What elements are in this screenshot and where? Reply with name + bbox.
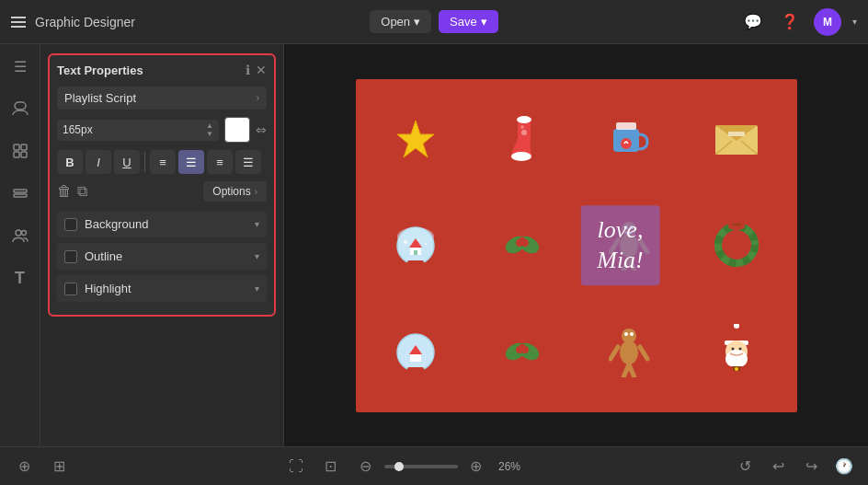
bottombar: ⊕ ⊞ ⛶ ⊡ ⊖ ⊕ 26% ↺ ↩ ↪ 🕐 (0, 446, 868, 485)
save-button[interactable]: Save ▾ (439, 10, 498, 33)
font-name-label: Playlist Script (64, 91, 136, 105)
svg-rect-53 (407, 367, 424, 373)
chat-icon[interactable]: 💬 (740, 9, 766, 35)
color-swatch[interactable] (224, 117, 250, 143)
background-checkbox[interactable] (64, 218, 77, 231)
sidebar-icon-elements[interactable] (7, 138, 33, 164)
svg-point-62 (620, 341, 638, 364)
xmas-grid (356, 79, 797, 412)
canvas-area: love, Mia! (284, 44, 868, 446)
layers-icon[interactable]: ⊕ (11, 454, 37, 479)
text-resize-icon[interactable]: ⇔ (256, 122, 267, 137)
svg-rect-4 (21, 152, 27, 157)
zoom-in-icon[interactable]: ⊕ (463, 454, 489, 479)
panel-title: Text Properties (57, 64, 143, 77)
grid-icon[interactable]: ⊞ (46, 454, 72, 479)
svg-point-67 (624, 332, 628, 336)
outline-chevron-icon: ▾ (255, 251, 259, 261)
history-icon[interactable]: 🕐 (831, 454, 857, 479)
svg-point-17 (621, 138, 632, 149)
font-size-down-icon[interactable]: ▼ (206, 131, 213, 138)
menu-icon[interactable] (11, 17, 26, 28)
xmas-snowglobe (365, 194, 467, 296)
panel-area: Text Properties ℹ ✕ Playlist Script › 16… (40, 44, 284, 446)
bold-button[interactable]: B (57, 150, 83, 174)
italic-button[interactable]: I (86, 150, 111, 174)
accordion-outline-header[interactable]: Outline ▾ (57, 243, 267, 270)
bottom-left: ⊕ ⊞ (11, 454, 72, 479)
align-right-button[interactable]: ≡ (207, 150, 233, 174)
svg-rect-1 (14, 144, 19, 150)
align-justify-button[interactable]: ☰ (235, 150, 261, 174)
sidebar-icon-menu[interactable]: ☰ (7, 53, 33, 79)
xmas-holly (472, 194, 574, 296)
underline-button[interactable]: U (114, 150, 140, 174)
avatar-chevron-icon[interactable]: ▾ (852, 17, 857, 27)
panel-header: Text Properties ℹ ✕ (57, 63, 267, 77)
align-left-button[interactable]: ≡ (150, 150, 176, 174)
rotate-icon[interactable]: ↺ (732, 454, 758, 479)
zoom-control: ⊖ ⊕ (353, 454, 489, 479)
undo-icon[interactable]: ↩ (765, 454, 791, 479)
sidebar-icon-users[interactable] (7, 223, 33, 248)
love-text-line1: love, (597, 214, 644, 246)
love-mia-text[interactable]: love, Mia! (580, 205, 660, 286)
svg-point-30 (404, 240, 407, 244)
close-icon[interactable]: ✕ (256, 63, 267, 77)
svg-marker-9 (397, 121, 434, 157)
svg-rect-22 (728, 132, 745, 136)
highlight-label: Highlight (85, 282, 247, 295)
sidebar-icon-profile[interactable] (7, 96, 33, 121)
xmas-stocking (472, 88, 574, 191)
help-icon[interactable]: ❓ (777, 9, 803, 35)
xmas-santa (685, 301, 787, 403)
svg-line-66 (629, 364, 634, 377)
options-chevron-icon: › (255, 187, 257, 197)
zoom-value: 26% (498, 460, 520, 473)
svg-point-11 (517, 116, 531, 123)
xmas-envelope (685, 88, 787, 191)
accordion-background-header[interactable]: Background ▾ (57, 211, 267, 237)
xmas-star (365, 88, 467, 191)
align-center-button[interactable]: ☰ (178, 150, 204, 174)
xmas-gingerbread2 (578, 301, 680, 403)
sidebar-icon-layers[interactable] (7, 180, 33, 206)
font-size-up-icon[interactable]: ▲ (206, 122, 213, 130)
font-size-arrows: ▲ ▼ (206, 122, 213, 138)
info-icon[interactable]: ℹ (246, 63, 250, 77)
font-selector[interactable]: Playlist Script › (57, 87, 267, 110)
svg-rect-29 (414, 250, 417, 255)
accordion-highlight: Highlight ▾ (57, 275, 267, 302)
accordion-background: Background ▾ (57, 211, 267, 237)
svg-point-78 (735, 367, 738, 371)
delete-icon[interactable]: 🗑 (57, 183, 72, 200)
accordion-highlight-header[interactable]: Highlight ▾ (57, 275, 267, 302)
font-size-control[interactable]: 165px ▲ ▼ (57, 120, 219, 141)
highlight-checkbox[interactable] (64, 283, 77, 295)
redo-icon[interactable]: ↪ (798, 454, 824, 479)
zoom-out-icon[interactable]: ⊖ (353, 454, 379, 479)
fit-icon[interactable]: ⊡ (318, 454, 344, 479)
outline-checkbox[interactable] (64, 250, 77, 263)
main-area: ☰ (0, 44, 868, 446)
svg-line-64 (640, 347, 647, 359)
svg-point-46 (718, 226, 755, 263)
svg-point-73 (731, 348, 734, 351)
canvas-background: love, Mia! (356, 79, 797, 412)
sidebar-icon-text[interactable]: T (7, 265, 33, 291)
font-size-value: 165px (63, 123, 206, 136)
svg-point-13 (521, 130, 527, 135)
svg-rect-3 (14, 152, 19, 157)
format-divider-1 (144, 152, 145, 172)
open-button[interactable]: Open ▾ (370, 10, 431, 33)
canvas-wrapper: love, Mia! (356, 79, 797, 412)
zoom-slider-thumb (394, 462, 404, 471)
options-button[interactable]: Options › (203, 181, 267, 202)
fullscreen-icon[interactable]: ⛶ (283, 454, 309, 479)
avatar[interactable]: M (814, 8, 841, 36)
copy-icon[interactable]: ⧉ (77, 183, 87, 200)
xmas-wreath (685, 194, 787, 296)
svg-point-14 (520, 125, 524, 129)
zoom-slider[interactable] (384, 465, 458, 468)
font-controls-row: 165px ▲ ▼ ⇔ (57, 117, 267, 143)
